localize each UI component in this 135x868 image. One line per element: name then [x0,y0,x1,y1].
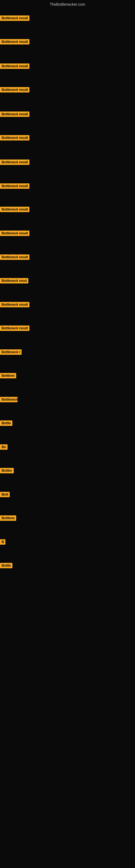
bottleneck-badge-container-16: Bottlene [0,373,16,379]
bottleneck-badge-container-4: Bottleneck result [0,87,30,94]
bottleneck-badge-container-1: Bottleneck result [0,16,30,22]
bottleneck-badge-13[interactable]: Bottleneck result [0,302,30,307]
bottleneck-badge-6[interactable]: Bottleneck result [0,135,30,141]
bottleneck-badge-21[interactable]: Bott [0,492,10,497]
bottleneck-badge-container-21: Bott [0,492,10,498]
bottleneck-badge-12[interactable]: Bottleneck resul [0,278,28,283]
bottleneck-badge-container-20: Bottler [0,468,14,474]
bottleneck-badge-8[interactable]: Bottleneck result [0,183,30,189]
bottleneck-badge-11[interactable]: Bottleneck result [0,254,30,260]
bottleneck-badge-container-9: Bottleneck result [0,207,30,213]
bottleneck-badge-container-12: Bottleneck resul [0,278,28,284]
bottleneck-badge-container-22: Bottlene [0,516,16,522]
bottleneck-badge-15[interactable]: Bottleneck r [0,349,21,355]
bottleneck-badge-5[interactable]: Bottleneck result [0,112,30,117]
bottleneck-badge-18[interactable]: Bottle [0,421,12,426]
bottleneck-badge-container-3: Bottleneck result [0,63,30,70]
bottleneck-badge-container-8: Bottleneck result [0,183,30,190]
bottleneck-badge-19[interactable]: Bo [0,444,8,450]
bottleneck-badge-23[interactable]: B [0,539,5,545]
bottleneck-badge-container-11: Bottleneck result [0,254,30,261]
bottleneck-badge-container-14: Bottleneck result [0,326,30,332]
bottleneck-badge-container-23: B [0,539,5,546]
bottleneck-badge-14[interactable]: Bottleneck result [0,326,30,331]
bottleneck-badge-1[interactable]: Bottleneck result [0,16,30,21]
bottleneck-badge-container-19: Bo [0,444,8,451]
bottleneck-badge-24[interactable]: Bottle [0,563,12,568]
bottleneck-badge-container-7: Bottleneck result [0,159,30,166]
bottleneck-badge-7[interactable]: Bottleneck result [0,159,30,165]
bottleneck-badge-container-15: Bottleneck r [0,349,21,356]
bottleneck-badge-container-5: Bottleneck result [0,112,30,118]
bottleneck-badge-3[interactable]: Bottleneck result [0,63,30,69]
bottleneck-badge-20[interactable]: Bottler [0,468,14,473]
bottleneck-badge-16[interactable]: Bottlene [0,373,16,378]
bottleneck-badge-container-6: Bottleneck result [0,135,30,142]
bottleneck-badge-container-24: Bottle [0,563,12,569]
bottleneck-badge-10[interactable]: Bottleneck result [0,230,30,236]
bottleneck-badge-4[interactable]: Bottleneck result [0,87,30,93]
bottleneck-badge-2[interactable]: Bottleneck result [0,39,30,44]
bottleneck-badge-17[interactable]: Bottleneck [0,397,17,402]
bottleneck-badge-container-17: Bottleneck [0,397,17,403]
bottleneck-badge-container-13: Bottleneck result [0,302,30,308]
bottleneck-badge-container-2: Bottleneck result [0,39,30,45]
bottleneck-badge-22[interactable]: Bottlene [0,516,16,521]
bottleneck-badge-9[interactable]: Bottleneck result [0,207,30,212]
bottleneck-badge-container-18: Bottle [0,421,12,427]
bottleneck-badge-container-10: Bottleneck result [0,230,30,237]
site-title: TheBottlenecker.com [0,0,135,8]
